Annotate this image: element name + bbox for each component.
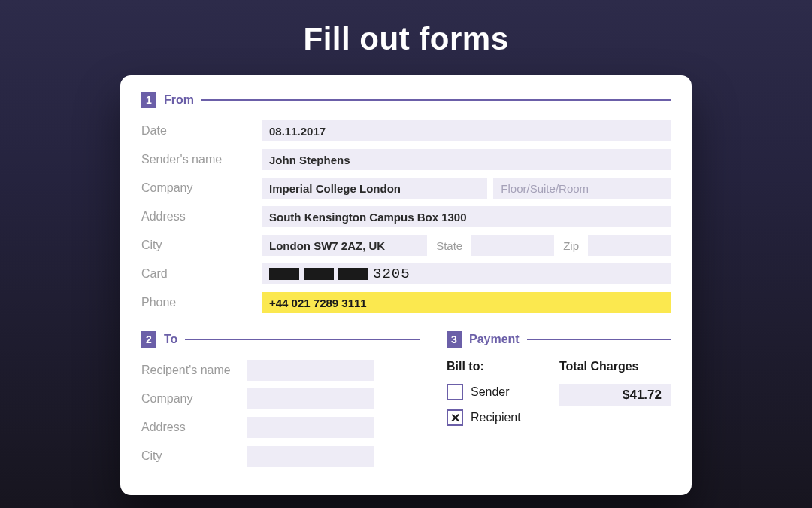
phone-label: Phone xyxy=(141,296,262,309)
city-field[interactable] xyxy=(262,235,427,256)
date-field[interactable] xyxy=(262,120,671,141)
card-last-digits: 3205 xyxy=(373,266,411,282)
phone-field[interactable] xyxy=(262,292,671,313)
sender-checkbox[interactable] xyxy=(447,384,463,400)
company-label: Company xyxy=(141,181,262,195)
to-company-label: Company xyxy=(141,392,247,406)
bill-to-label: Bill to: xyxy=(447,360,537,373)
form-card: 1 From Date Sender's name Company Addres… xyxy=(120,75,692,495)
city-label: City xyxy=(141,239,262,252)
section-payment-number: 3 xyxy=(447,331,462,348)
section-from-rule xyxy=(201,99,671,101)
to-address-label: Address xyxy=(141,421,247,434)
zip-label: Zip xyxy=(560,239,582,252)
floor-field[interactable] xyxy=(493,178,671,199)
card-mask-block xyxy=(338,268,368,280)
recipient-name-label: Recipent's name xyxy=(141,364,247,377)
section-from-header: 1 From xyxy=(141,92,671,108)
to-city-label: City xyxy=(141,449,247,463)
company-field[interactable] xyxy=(262,178,487,199)
sender-name-field[interactable] xyxy=(262,149,671,170)
card-mask-block xyxy=(304,268,334,280)
recipient-name-field[interactable] xyxy=(247,360,374,381)
section-to-number: 2 xyxy=(141,331,156,348)
total-charges-value: $41.72 xyxy=(559,384,671,406)
section-from-number: 1 xyxy=(141,92,156,108)
to-company-field[interactable] xyxy=(247,388,374,409)
total-charges-label: Total Charges xyxy=(559,360,671,373)
card-field[interactable]: 3205 xyxy=(262,263,671,284)
sender-name-label: Sender's name xyxy=(141,153,262,166)
section-to-rule xyxy=(185,339,420,340)
card-label: Card xyxy=(141,267,262,281)
section-from-title: From xyxy=(164,93,194,107)
to-city-field[interactable] xyxy=(247,446,374,467)
to-address-field[interactable] xyxy=(247,417,374,438)
section-to-header: 2 To xyxy=(141,331,420,348)
recipient-checkbox-label: Recipient xyxy=(471,411,521,424)
section-payment-rule xyxy=(527,339,671,340)
date-label: Date xyxy=(141,124,262,138)
state-label: State xyxy=(433,239,465,252)
section-to-title: To xyxy=(164,333,177,346)
sender-checkbox-label: Sender xyxy=(471,385,510,399)
page-title: Fill out forms xyxy=(0,0,812,57)
state-field[interactable] xyxy=(471,235,554,256)
section-payment-header: 3 Payment xyxy=(447,331,671,348)
section-payment-title: Payment xyxy=(469,333,520,346)
card-mask-block xyxy=(269,268,299,280)
address-field[interactable] xyxy=(262,206,671,227)
zip-field[interactable] xyxy=(588,235,671,256)
recipient-checkbox[interactable]: ✕ xyxy=(447,409,463,426)
address-label: Address xyxy=(141,210,262,224)
